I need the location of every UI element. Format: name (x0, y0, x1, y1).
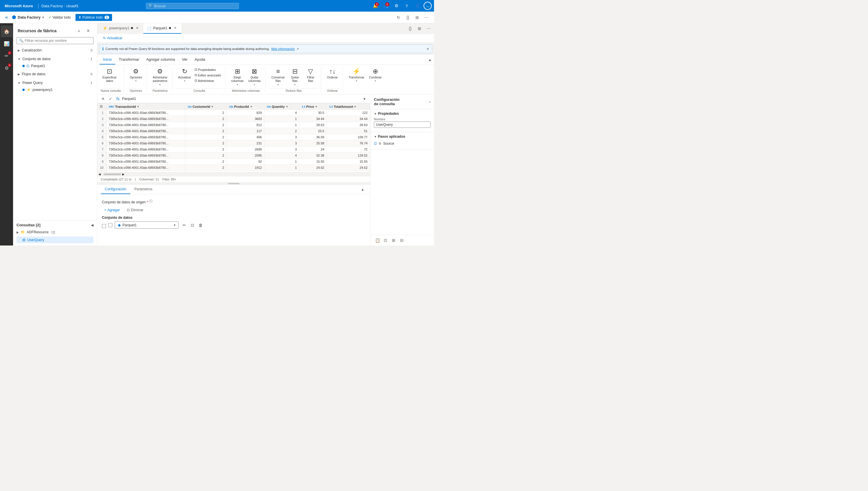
ribbon-collapse[interactable]: ▲ (428, 58, 432, 62)
panel-search-input[interactable] (25, 39, 91, 43)
formula-cancel-icon[interactable]: ✕ (100, 95, 106, 102)
help-icon[interactable]: ? (403, 2, 411, 10)
more-options-icon[interactable]: ⋯ (423, 13, 431, 22)
ribbon-tab-agregar[interactable]: Agregar columna (143, 55, 179, 64)
data-grid-wrapper[interactable]: ⊡ ABC TransactionId ▾ (97, 103, 370, 172)
scroll-left-icon[interactable]: ◀ (98, 173, 101, 176)
bottom-panel-collapse[interactable] (97, 182, 370, 184)
col-filter-productid[interactable]: ▾ (251, 105, 252, 108)
panel-collapse-icon[interactable]: « (75, 27, 83, 35)
sidebar-manage-icon[interactable]: ⚙ 2 (1, 62, 12, 74)
tab-powerquery1[interactable]: ⚡ powerquery1 ✕ (98, 23, 144, 34)
refresh-icon[interactable]: ↻ (395, 13, 403, 22)
bottom-collapse-icon[interactable]: ▲ (359, 185, 367, 194)
section-header-flujos[interactable]: ▶ Flujos de datos 0 (17, 70, 93, 78)
avatar[interactable]: ... (424, 2, 432, 10)
dataset-dropdown-icon[interactable]: ▾ (174, 224, 175, 227)
col-filter-transactionid[interactable]: ▾ (137, 105, 139, 108)
ribbon-btn-filtrar-filas[interactable]: ▽ Filtrarfilas (303, 66, 318, 84)
sidebar-expand-btn[interactable]: ≪ (3, 14, 9, 21)
query-item-userquery[interactable]: ⊞ UserQuery (17, 236, 93, 243)
col-filter-quantity[interactable]: ▾ (286, 105, 288, 108)
code-view-icon[interactable]: {} (406, 24, 414, 32)
ribbon-btn-transformar[interactable]: ⚡ Transformar ▾ (347, 66, 366, 83)
ribbon-btn-administrar[interactable]: ⊡ Administrar (193, 78, 222, 83)
table-row[interactable]: 8 7365e3cb-c098-4001-83ab-68693b8780... … (97, 152, 370, 158)
select-all-checkbox[interactable]: ⊡ (100, 105, 102, 108)
ribbon-btn-actualizar[interactable]: ↻ Actualizar ▾ (177, 66, 193, 83)
step-type-icon[interactable]: 📋 (374, 237, 381, 244)
section-header-conjunto-datos[interactable]: ▼ Conjunto de datos 1 (17, 55, 93, 63)
user-icon[interactable]: 👤 (413, 2, 421, 10)
tab-close-parquet1[interactable]: ✕ (173, 26, 177, 30)
ribbon-tab-transformar[interactable]: Transformar (115, 55, 143, 64)
dataset-preview-btn[interactable]: ⊡ (189, 222, 196, 229)
right-section-header-props[interactable]: ▼ Propiedades (374, 112, 431, 116)
config-add-button[interactable]: + Agregar (102, 207, 122, 213)
ribbon-btn-administrar-parametros[interactable]: ⚙ Administrarparámetros ▾ (151, 66, 169, 87)
sidebar-monitor-icon[interactable]: 📊 (1, 38, 12, 49)
query-group-header-adf[interactable]: ▶ 📁 ADFResource [1] (17, 229, 93, 235)
right-field-value-nombre[interactable]: UserQuery (374, 121, 431, 128)
panel-item-powerquery1[interactable]: ⚡ powerquery1 (20, 87, 93, 93)
horizontal-scrollbar[interactable]: ◀ ▶ (97, 172, 370, 176)
brand-dropdown-icon[interactable]: ▾ (42, 16, 44, 19)
col-header-customerid[interactable]: 12₃ CustomerId ▾ (185, 104, 227, 110)
panel-item-parquet1[interactable]: ⊡ Parquet1 (20, 63, 93, 69)
sidebar-home-icon[interactable]: 🏠 (1, 26, 12, 37)
step-remove-icon[interactable]: ⊟ (398, 237, 405, 244)
scroll-right-icon[interactable]: ▶ (122, 173, 125, 176)
dataset-checkbox[interactable] (102, 224, 106, 228)
search-input[interactable] (154, 4, 236, 8)
col-filter-price[interactable]: ▾ (315, 105, 317, 108)
ribbon-tab-ver[interactable]: Ver (179, 55, 191, 64)
ribbon-btn-quitar-filas[interactable]: ⊟ Quitarfilas ▾ (288, 66, 302, 87)
code-editor-icon[interactable]: {} (404, 13, 412, 22)
bottom-tab-parametros[interactable]: Parámetros (130, 185, 156, 194)
refresh-button[interactable]: ↻ Actualizar (101, 35, 431, 41)
section-header-pq[interactable]: ▼ Power Query 1 (17, 79, 93, 87)
sidebar-author-icon[interactable]: ✏ 2 (1, 50, 12, 62)
col-header-totalamount[interactable]: 1.2 TotalAmount ▾ (327, 104, 370, 110)
settings-icon[interactable]: ⚙ (392, 2, 400, 10)
info-link[interactable]: Más información (272, 47, 295, 51)
queries-toggle-icon[interactable]: ◀ (91, 223, 93, 227)
col-header-quantity[interactable]: 12₃ Quantity ▾ (264, 104, 299, 110)
grid-view-icon[interactable]: ⊞ (413, 13, 421, 22)
config-remove-button[interactable]: ⊡ Eliminar (125, 207, 146, 213)
publish-all-button[interactable]: ⬆ Publicar todo 1 (75, 14, 112, 21)
right-panel-expand-icon[interactable]: › (429, 99, 431, 104)
table-row[interactable]: 1 7365e3cb-c098-4001-83ab-68693b8780... … (97, 110, 370, 116)
table-row[interactable]: 9 7365e3cb-c098-4001-83ab-68693b8780... … (97, 158, 370, 165)
table-row[interactable]: 7 7365e3cb-c098-4001-83ab-68693b8780... … (97, 146, 370, 152)
ribbon-btn-ordenar[interactable]: ↑↓ Ordenar (325, 66, 340, 80)
tab-parquet1[interactable]: ⬚ Parquet1 ✕ (144, 23, 181, 34)
ribbon-btn-propiedades[interactable]: ⊡ Propiedades (193, 67, 222, 72)
col-filter-customerid[interactable]: ▾ (212, 105, 213, 108)
formula-dropdown-icon[interactable]: ▾ (361, 95, 368, 102)
step-grid-icon[interactable]: ⊞ (390, 237, 397, 244)
ribbon-btn-editor-avanzado[interactable]: ⊡ Editor avanzado (193, 73, 222, 78)
ribbon-btn-quitar-columnas[interactable]: ⊠ Quitarcolumnas ▾ (246, 66, 262, 87)
tab-close-powerquery1[interactable]: ✕ (135, 26, 140, 30)
config-info-icon[interactable]: ⓘ (149, 199, 152, 203)
formula-input[interactable] (122, 97, 360, 101)
tab-more-icon[interactable]: ⋯ (425, 24, 433, 32)
formula-confirm-icon[interactable]: ✓ (107, 95, 114, 102)
right-section-header-steps[interactable]: ▼ Pasos aplicados (374, 135, 431, 139)
table-row[interactable]: 2 7365e3cb-c098-4001-83ab-68693b8780... … (97, 116, 370, 122)
section-header-canalización[interactable]: ▶ Canalización 0 (17, 47, 93, 54)
feedback-icon[interactable]: 👥6 (382, 2, 390, 10)
col-header-price[interactable]: 1.2 Price ▾ (299, 104, 327, 110)
breadcrumb-current[interactable]: ctoadf1 (66, 4, 79, 8)
step-item-source[interactable]: ⊡ ⚙ Source (374, 140, 431, 147)
table-row[interactable]: 3 7365e3cb-c098-4001-83ab-68693b8780... … (97, 122, 370, 128)
ribbon-tab-ayuda[interactable]: Ayuda (191, 55, 209, 64)
col-header-productid[interactable]: 12₃ ProductId ▾ (227, 104, 265, 110)
breadcrumb-home[interactable]: Data Factory (41, 4, 63, 8)
scrollbar-thumb[interactable] (104, 173, 121, 175)
table-row[interactable]: 4 7365e3cb-c098-4001-83ab-68693b8780... … (97, 128, 370, 134)
col-filter-totalamount[interactable]: ▾ (354, 105, 356, 108)
dataset-select-checkbox[interactable] (108, 223, 112, 227)
ribbon-btn-opciones[interactable]: ⚙ Opciones ▾ (128, 66, 144, 83)
